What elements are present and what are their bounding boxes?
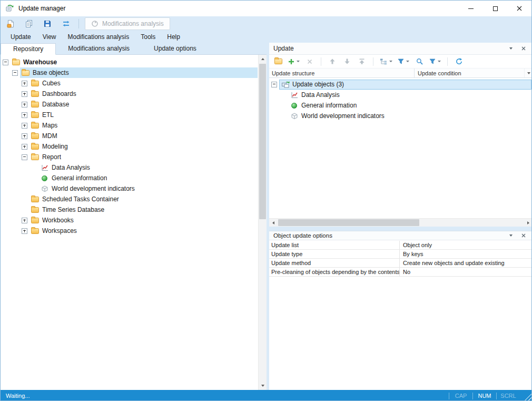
property-value[interactable]: By keys [400, 250, 532, 258]
menu-update[interactable]: Update [5, 31, 37, 43]
tree-item-world-development-indicators[interactable]: World development indicators [269, 111, 531, 121]
tab-modifications-analysis[interactable]: Modifications analysis [56, 43, 142, 54]
close-button[interactable] [507, 1, 531, 16]
expander-collapse-icon[interactable] [22, 154, 27, 160]
column-chooser-button[interactable] [524, 69, 532, 77]
tree-item-update-objects-3[interactable]: Update objects (3) [269, 79, 531, 90]
resize-grip[interactable] [525, 394, 531, 400]
property-row-update-method[interactable]: Update methodCreate new objects and upda… [269, 259, 532, 268]
tree-row-body[interactable]: Dashboards [29, 89, 258, 99]
delete-object-button[interactable] [304, 56, 316, 67]
tree-row-body[interactable]: MDM [29, 131, 258, 141]
expander-expand-icon[interactable] [22, 123, 27, 129]
expander-collapse-icon[interactable] [12, 70, 18, 76]
tree-row-body[interactable]: Maps [29, 120, 258, 131]
horizontal-scrollbar-thumb[interactable] [278, 219, 419, 226]
move-up-button[interactable] [327, 56, 338, 67]
tree-item-data-analysis[interactable]: Data Analysis [269, 90, 531, 100]
tree-item-database[interactable]: Database [1, 99, 258, 110]
tree-row-body[interactable]: Modeling [29, 141, 258, 152]
copy-button[interactable] [22, 17, 36, 30]
tree-item-general-information[interactable]: General information [269, 100, 531, 111]
tree-row-body[interactable]: Report [29, 152, 258, 162]
filter-condition-button[interactable] [428, 56, 442, 67]
scroll-right-button[interactable] [524, 219, 532, 227]
column-update-structure[interactable]: Update structure [269, 69, 415, 77]
tree-row-body[interactable]: Scheduled Tasks Container [29, 194, 258, 204]
search-button[interactable] [413, 56, 425, 67]
tree-row-selected[interactable]: Base objects [20, 67, 258, 78]
tree-row-body[interactable]: Workbooks [29, 215, 258, 226]
maximize-button[interactable] [483, 1, 507, 16]
menu-view[interactable]: View [37, 31, 62, 43]
minimize-button[interactable] [459, 1, 483, 16]
tree-row-body[interactable]: Warehouse [11, 57, 258, 67]
panel-close-button[interactable] [520, 45, 527, 52]
tree-item-general-information[interactable]: General information [1, 173, 258, 183]
expander-expand-icon[interactable] [22, 133, 27, 139]
sync-button[interactable] [59, 17, 73, 30]
tree-row-body[interactable]: ETL [29, 110, 258, 120]
tree-row-selected[interactable]: Update objects (3) [279, 80, 531, 90]
expander-expand-icon[interactable] [22, 144, 27, 150]
tree-item-maps[interactable]: Maps [1, 120, 258, 131]
expander-expand-icon[interactable] [22, 218, 27, 223]
menu-modifications-analysis[interactable]: Modifications analysis [62, 31, 135, 43]
open-folder-button[interactable] [272, 56, 284, 67]
menu-tools[interactable]: Tools [135, 31, 161, 43]
tree-item-world-development-indicators[interactable]: World development indicators [1, 183, 258, 194]
panel-close-button[interactable] [520, 232, 527, 239]
tree-item-report[interactable]: Report [1, 152, 258, 162]
modifications-analysis-button[interactable]: Modifications analysis [85, 17, 170, 30]
property-value[interactable]: Create new objects and update existing [400, 259, 532, 267]
expander-expand-icon[interactable] [22, 102, 27, 107]
tree-row-body[interactable]: World development indicators [39, 183, 258, 194]
menu-help[interactable]: Help [161, 31, 186, 43]
tree-item-scheduled-tasks-container[interactable]: Scheduled Tasks Container [1, 194, 258, 204]
expander-expand-icon[interactable] [22, 91, 27, 97]
tree-row-body[interactable]: General information [39, 173, 258, 183]
tree-item-warehouse[interactable]: Warehouse [1, 57, 258, 67]
add-object-button[interactable] [287, 56, 301, 67]
refresh-button[interactable] [453, 56, 465, 67]
panel-menu-button[interactable] [507, 45, 515, 52]
tree-item-data-analysis[interactable]: Data Analysis [1, 162, 258, 173]
tree-item-modeling[interactable]: Modeling [1, 141, 258, 152]
property-row-update-list[interactable]: Update listObject only [269, 241, 532, 250]
tree-item-cubes[interactable]: Cubes [1, 78, 258, 89]
tree-item-time-series-database[interactable]: Time Series Database [1, 204, 258, 215]
new-update-button[interactable] [4, 17, 17, 30]
expander-expand-icon[interactable] [22, 81, 27, 86]
property-row-pre-cleaning-of-objects-depending-by-the-contents[interactable]: Pre-cleaning of objects depending by the… [269, 268, 532, 277]
tab-update-options[interactable]: Update options [142, 43, 209, 54]
horizontal-splitter[interactable] [269, 227, 532, 231]
property-value[interactable]: Object only [400, 241, 532, 249]
vertical-scrollbar[interactable] [258, 55, 267, 390]
save-button[interactable] [41, 17, 54, 30]
tree-item-dashboards[interactable]: Dashboards [1, 89, 258, 99]
tab-repository[interactable]: Repository [1, 43, 56, 55]
tree-view-button[interactable] [379, 56, 393, 67]
property-row-update-type[interactable]: Update typeBy keys [269, 250, 532, 259]
panel-menu-button[interactable] [507, 232, 515, 239]
expander-collapse-icon[interactable] [3, 60, 8, 65]
expander-expand-icon[interactable] [22, 228, 27, 234]
vertical-scrollbar-thumb[interactable] [259, 64, 266, 219]
expander-expand-icon[interactable] [22, 112, 27, 118]
horizontal-scrollbar[interactable] [269, 218, 532, 227]
tree-row-body[interactable]: Database [29, 99, 258, 110]
scroll-down-button[interactable] [259, 382, 267, 390]
column-update-condition[interactable]: Update condition [415, 69, 524, 77]
expander-collapse-icon[interactable] [271, 82, 277, 87]
tree-row-body[interactable]: Data Analysis [289, 90, 531, 100]
tree-row-body[interactable]: Data Analysis [39, 162, 258, 173]
filter-button[interactable] [397, 56, 410, 67]
tree-item-mdm[interactable]: MDM [1, 131, 258, 141]
tree-row-body[interactable]: World development indicators [289, 111, 531, 121]
tree-item-base-objects[interactable]: Base objects [1, 67, 258, 78]
scroll-up-button[interactable] [259, 55, 267, 63]
tree-row-body[interactable]: Workspaces [29, 226, 258, 236]
property-value[interactable]: No [400, 268, 532, 276]
move-down-button[interactable] [341, 56, 353, 67]
move-top-button[interactable] [356, 56, 368, 67]
